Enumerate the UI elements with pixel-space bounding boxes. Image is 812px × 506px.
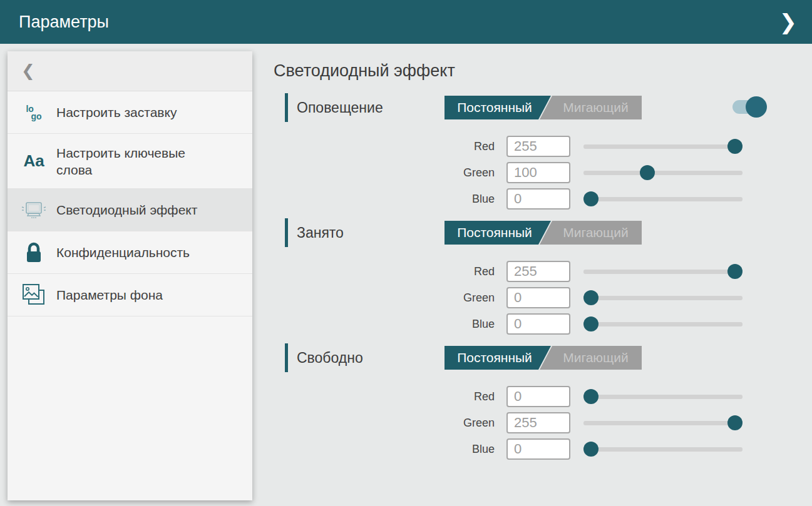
sidebar: ❮ logo Настроить заставку Aa Настроить к… xyxy=(8,51,252,500)
red-label: Red xyxy=(274,265,495,278)
green-slider[interactable] xyxy=(583,415,743,430)
red-slider[interactable] xyxy=(583,264,743,279)
red-input[interactable] xyxy=(506,261,570,282)
mode-blinking-button[interactable]: Мигающий xyxy=(540,221,642,245)
page-title: Параметры xyxy=(19,13,776,32)
slider-thumb[interactable] xyxy=(727,415,743,430)
slider-track[interactable] xyxy=(583,270,743,274)
red-slider[interactable] xyxy=(583,389,743,404)
mode-blinking-button[interactable]: Мигающий xyxy=(540,96,642,119)
mode-constant-button[interactable]: Постоянный xyxy=(445,221,551,245)
enable-switch[interactable] xyxy=(732,96,767,118)
header-bar: Параметры ❯ xyxy=(0,0,812,44)
main-content: Светодиодный эффект Оповещение Постоянны… xyxy=(274,51,812,468)
red-label: Red xyxy=(274,140,495,153)
mode-constant-button[interactable]: Постоянный xyxy=(445,96,551,119)
accent-bar xyxy=(285,343,288,372)
blue-row: Blue xyxy=(274,436,812,462)
green-label: Green xyxy=(274,166,495,180)
mode-toggle: Постоянный Мигающий xyxy=(445,96,642,119)
blue-label: Blue xyxy=(274,193,495,206)
switch-knob xyxy=(746,96,767,118)
sidebar-item-keywords[interactable]: Aa Настроить ключевые слова xyxy=(8,134,252,189)
slider-track[interactable] xyxy=(583,421,743,425)
green-row: Green xyxy=(274,159,812,186)
mode-constant-button[interactable]: Постоянный xyxy=(445,346,551,370)
accent-bar xyxy=(285,218,288,247)
blue-slider[interactable] xyxy=(583,191,743,206)
sidebar-item-label: Светодиодный эффект xyxy=(56,201,197,218)
slider-thumb[interactable] xyxy=(583,442,599,457)
red-label: Red xyxy=(274,390,495,403)
slider-track[interactable] xyxy=(583,322,743,326)
chevron-left-icon: ❮ xyxy=(21,61,35,81)
blue-input[interactable] xyxy=(506,313,570,335)
slider-track[interactable] xyxy=(583,447,743,452)
slider-track[interactable] xyxy=(583,197,743,201)
slider-track[interactable] xyxy=(583,144,743,149)
red-input[interactable] xyxy=(506,386,570,407)
main-title: Светодиодный эффект xyxy=(274,61,812,81)
sidebar-item-label: Настроить заставку xyxy=(56,104,177,121)
blue-row: Blue xyxy=(274,311,812,337)
green-slider[interactable] xyxy=(583,165,743,180)
sidebar-item-privacy[interactable]: Конфиденциальность xyxy=(8,231,252,274)
slider-thumb[interactable] xyxy=(583,316,599,331)
mode-toggle: Постоянный Мигающий xyxy=(445,346,642,370)
blue-slider[interactable] xyxy=(583,442,743,457)
slider-thumb[interactable] xyxy=(583,290,599,305)
sidebar-item-label: Параметры фона xyxy=(56,286,163,303)
blue-input[interactable] xyxy=(506,188,570,210)
led-effect-icon xyxy=(19,200,49,221)
slider-track[interactable] xyxy=(583,395,743,399)
blue-input[interactable] xyxy=(506,438,570,460)
sidebar-item-label: Настроить ключевые слова xyxy=(56,144,202,178)
red-row: Red xyxy=(274,258,812,285)
green-input[interactable] xyxy=(506,287,570,308)
slider-thumb[interactable] xyxy=(727,139,743,154)
red-input[interactable] xyxy=(506,136,570,157)
sidebar-item-led-effect[interactable]: Светодиодный эффект xyxy=(8,189,252,231)
section-title: Занято xyxy=(297,225,344,241)
background-icon xyxy=(19,283,49,308)
slider-thumb[interactable] xyxy=(727,264,743,279)
green-input[interactable] xyxy=(506,412,570,433)
green-slider[interactable] xyxy=(583,290,743,305)
accent-bar xyxy=(285,93,288,122)
section-title: Свободно xyxy=(297,350,363,367)
green-input[interactable] xyxy=(506,162,570,183)
blue-row: Blue xyxy=(274,186,812,212)
sidebar-item-background[interactable]: Параметры фона xyxy=(8,274,252,316)
red-slider[interactable] xyxy=(583,139,743,154)
slider-thumb[interactable] xyxy=(583,191,599,206)
red-row: Red xyxy=(274,133,812,159)
section-free: Свободно Постоянный Мигающий Red Green B… xyxy=(274,343,812,462)
slider-track[interactable] xyxy=(583,171,743,175)
slider-thumb[interactable] xyxy=(583,389,599,404)
logo-icon: logo xyxy=(19,105,49,120)
green-row: Green xyxy=(274,285,812,311)
green-label: Green xyxy=(274,291,495,305)
chevron-right-icon: ❯ xyxy=(779,10,798,34)
section-notification: Оповещение Постоянный Мигающий Red Green xyxy=(274,93,812,212)
blue-slider[interactable] xyxy=(583,316,743,331)
sidebar-item-label: Конфиденциальность xyxy=(56,244,190,261)
mode-blinking-button[interactable]: Мигающий xyxy=(540,346,642,370)
blue-label: Blue xyxy=(274,318,495,331)
blue-label: Blue xyxy=(274,443,495,456)
section-title: Оповещение xyxy=(297,99,383,116)
green-row: Green xyxy=(274,410,812,436)
keywords-icon: Aa xyxy=(19,151,49,171)
forward-button[interactable]: ❯ xyxy=(776,0,801,44)
slider-thumb[interactable] xyxy=(640,165,655,180)
mode-toggle: Постоянный Мигающий xyxy=(445,221,642,245)
back-button[interactable]: ❮ xyxy=(8,51,252,91)
lock-icon xyxy=(19,240,49,265)
section-busy: Занято Постоянный Мигающий Red Green Blu… xyxy=(274,218,812,337)
red-row: Red xyxy=(274,383,812,410)
sidebar-item-splash-screen[interactable]: logo Настроить заставку xyxy=(8,91,252,134)
green-label: Green xyxy=(274,417,495,430)
slider-track[interactable] xyxy=(583,296,743,300)
